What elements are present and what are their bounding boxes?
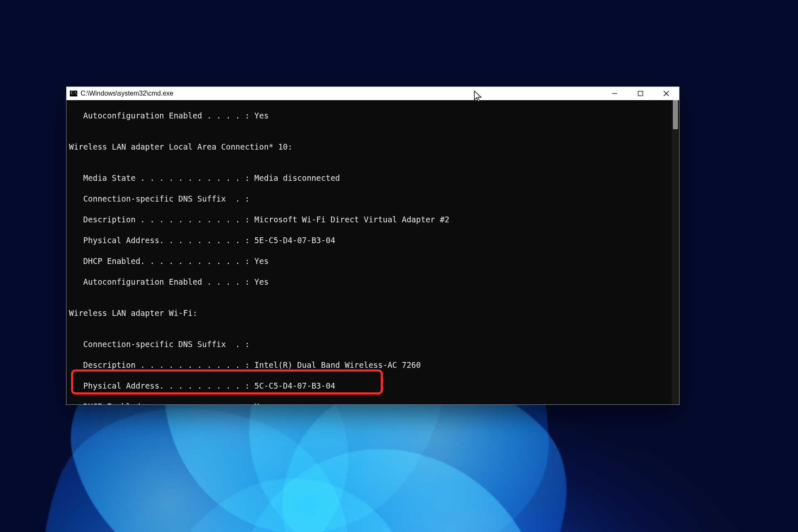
close-icon [663,91,669,96]
term-line: Media State . . . . . . . . . . . : Medi… [69,173,679,183]
term-line: Connection-specific DNS Suffix . : [69,194,679,204]
cmd-icon [70,91,77,96]
term-line: DHCP Enabled. . . . . . . . . . . : Yes [69,401,679,404]
svg-rect-1 [638,91,643,96]
term-line: Connection-specific DNS Suffix . : [69,339,679,350]
terminal-output[interactable]: Autoconfiguration Enabled . . . . : Yes … [66,100,679,404]
scrollbar[interactable] [672,100,679,404]
term-line: DHCP Enabled. . . . . . . . . . . : Yes [69,256,679,266]
cmd-window[interactable]: C:\Windows\system32\cmd.exe Autoconfigur… [66,86,680,405]
term-line: Wireless LAN adapter Local Area Connecti… [69,142,679,152]
close-button[interactable] [653,87,679,100]
term-line: Description . . . . . . . . . . . : Micr… [69,214,679,225]
term-line: Physical Address. . . . . . . . . : 5C-C… [69,381,679,391]
term-line: Description . . . . . . . . . . . : Inte… [69,360,679,370]
maximize-button[interactable] [628,87,653,100]
minimize-button[interactable] [602,87,628,100]
term-line: Autoconfiguration Enabled . . . . : Yes [69,111,679,121]
minimize-icon [612,91,618,96]
term-line: Physical Address. . . . . . . . . : 5E-C… [69,235,679,246]
term-line: Autoconfiguration Enabled . . . . : Yes [69,277,679,287]
window-title: C:\Windows\system32\cmd.exe [81,90,173,97]
maximize-icon [638,91,643,96]
window-titlebar[interactable]: C:\Windows\system32\cmd.exe [66,87,679,101]
window-controls [602,87,679,100]
scrollbar-thumb[interactable] [673,100,678,129]
term-line: Wireless LAN adapter Wi-Fi: [69,308,679,318]
